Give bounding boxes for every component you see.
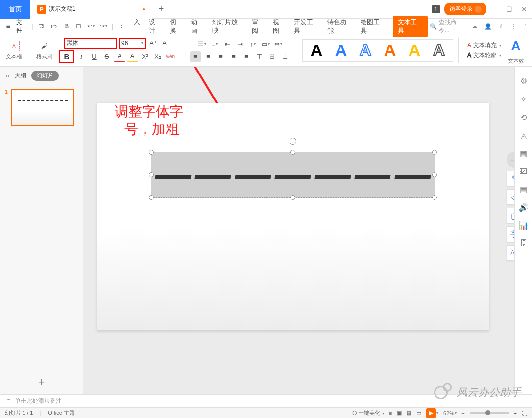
subscript-button[interactable]: X₂ <box>152 51 163 62</box>
float-border-icon[interactable]: ▢ <box>507 208 514 223</box>
style-2[interactable]: A <box>331 41 351 60</box>
collapse-float-tools[interactable]: — <box>507 152 514 168</box>
line-spacing-button[interactable]: ↕▾ <box>247 39 258 49</box>
font-size-input[interactable]: 96▾ <box>119 38 146 49</box>
superscript-button[interactable]: X² <box>140 51 150 62</box>
style-5[interactable]: A <box>405 41 424 60</box>
text-styles-gallery[interactable]: A A A A A A <box>302 39 453 62</box>
zoom-in-button[interactable]: + <box>514 410 517 416</box>
numbering-button[interactable]: ≡▾ <box>209 39 220 49</box>
font-family-input[interactable]: 黑体 <box>64 38 117 49</box>
zoom-level[interactable]: 62% <box>443 410 454 416</box>
guest-login-button[interactable]: 访客登录 <box>444 3 486 15</box>
slides-tab[interactable]: 幻灯片 <box>31 71 59 81</box>
share-person-icon[interactable]: 👤 <box>484 23 492 30</box>
fit-window-button[interactable]: ⛶ <box>522 410 527 416</box>
decrease-font-icon[interactable]: A⁻ <box>161 38 171 49</box>
slideshow-button[interactable]: ▶ <box>426 408 436 418</box>
char-spacing-button[interactable]: ⇔▾ <box>273 39 284 49</box>
float-edit-icon[interactable]: ✎ <box>507 171 514 186</box>
strike-button[interactable]: S <box>101 51 112 62</box>
outline-tab[interactable]: 大纲 <box>15 72 26 80</box>
home-tab[interactable]: 首页 <box>0 0 30 19</box>
pinyin-button[interactable]: wén <box>165 51 176 62</box>
ribbon-prev-icon[interactable]: ‹ <box>117 22 125 31</box>
zoom-out-button[interactable]: − <box>461 410 464 416</box>
tab-view[interactable]: 视图 <box>272 16 286 37</box>
tab-design[interactable]: 设计 <box>148 16 162 37</box>
textbox-icon[interactable]: A <box>9 41 20 51</box>
text-outline-button[interactable]: A文本轮廓▾ <box>467 51 501 60</box>
italic-button[interactable]: I <box>76 51 87 62</box>
rside-properties-icon[interactable]: ⚙ <box>520 76 527 86</box>
format-painter-icon[interactable]: 🖌 <box>39 41 50 51</box>
float-fill-icon[interactable]: ◇ <box>507 189 514 205</box>
align-right-button[interactable]: ≡ <box>216 51 226 62</box>
undo-icon[interactable]: ↶▾ <box>87 22 95 31</box>
tab-text-tools[interactable]: 文本工具 <box>393 16 427 37</box>
rside-image-icon[interactable]: 🖼 <box>520 167 528 176</box>
float-text-icon[interactable]: 字 <box>507 226 514 242</box>
rside-chart-icon[interactable]: 📊 <box>519 221 529 230</box>
minimize-button[interactable]: — <box>490 5 497 13</box>
print-icon[interactable]: 🖶 <box>62 22 70 31</box>
more-icon[interactable]: ⋮ <box>510 23 516 30</box>
slide-edit-surface[interactable]: — ✎ ◇ ▢ 字 A≡ <box>97 103 489 330</box>
font-color-button[interactable]: A <box>114 51 125 62</box>
file-menu[interactable]: 文件 <box>16 18 27 35</box>
tab-drawing[interactable]: 绘图工具 <box>360 16 386 37</box>
style-3[interactable]: A <box>356 41 375 60</box>
tab-devtools[interactable]: 开发工具 <box>293 16 319 37</box>
tab-insert[interactable]: 入 <box>133 16 141 37</box>
selected-textbox[interactable] <box>151 152 435 198</box>
zoom-slider[interactable] <box>470 412 509 414</box>
add-slide-button[interactable]: + <box>0 370 83 394</box>
align-left-button[interactable]: ≡ <box>190 51 201 62</box>
reading-view-icon[interactable]: ▭ <box>416 410 421 416</box>
print-preview-icon[interactable]: ☐ <box>74 22 83 31</box>
tab-animation[interactable]: 动画 <box>190 16 204 37</box>
normal-view-icon[interactable]: ▣ <box>397 410 402 416</box>
valign-bot-button[interactable]: ⊥ <box>279 51 290 62</box>
float-style-icon[interactable]: A≡ <box>507 245 514 261</box>
close-button[interactable]: ✕ <box>521 5 527 13</box>
rotate-handle[interactable] <box>290 138 296 145</box>
slide-canvas[interactable]: — ✎ ◇ ▢ 字 A≡ 调整字体字 号，加粗 <box>83 67 514 394</box>
menu-icon[interactable]: ≡ <box>4 22 12 31</box>
tab-transition[interactable]: 切换 <box>169 16 183 37</box>
save-icon[interactable]: 🖫 <box>37 22 46 31</box>
text-effect-icon[interactable]: A <box>506 36 526 56</box>
valign-mid-button[interactable]: ⊟ <box>266 51 277 62</box>
text-direction-button[interactable]: ▭▾ <box>260 39 271 49</box>
tab-slideshow[interactable]: 幻灯片放映 <box>211 16 244 37</box>
notes-view-icon[interactable]: ≡ <box>389 410 392 416</box>
decrease-indent-button[interactable]: ⇤ <box>222 39 233 49</box>
share-icon[interactable]: ⇧ <box>499 23 504 30</box>
rside-animation-icon[interactable]: ✧ <box>520 95 527 104</box>
bold-button[interactable]: B <box>59 50 74 63</box>
command-search[interactable]: 🔍 查找命令... <box>430 18 465 35</box>
collapse-ribbon-icon[interactable]: ⌃ <box>523 23 528 30</box>
bullets-button[interactable]: ☰▾ <box>196 39 207 49</box>
style-1[interactable]: A <box>307 41 326 60</box>
notification-badge[interactable]: 1 <box>432 5 440 13</box>
rside-audio-icon[interactable]: 🔊 <box>519 203 529 212</box>
tab-review[interactable]: 审阅 <box>251 16 265 37</box>
style-6[interactable]: A <box>429 41 449 60</box>
rside-table-icon[interactable]: ▤ <box>520 185 527 194</box>
increase-indent-button[interactable]: ⇥ <box>235 39 245 49</box>
beautify-button[interactable]: ⬡ 一键美化 ▾ <box>352 409 384 417</box>
maximize-button[interactable]: ☐ <box>506 5 512 13</box>
text-fill-button[interactable]: A文本填充▾ <box>467 41 501 49</box>
increase-font-icon[interactable]: A⁺ <box>148 38 159 49</box>
rside-shape-icon[interactable]: ◬ <box>521 131 527 140</box>
redo-icon[interactable]: ↷▾ <box>99 22 108 31</box>
rside-transition-icon[interactable]: ⟲ <box>520 113 527 122</box>
rside-archive-icon[interactable]: 🗄 <box>520 239 528 248</box>
valign-top-button[interactable]: ⊤ <box>254 51 265 62</box>
sorter-view-icon[interactable]: ▦ <box>407 410 411 416</box>
collapse-panel-button[interactable]: ‹‹ <box>6 73 10 79</box>
tab-special[interactable]: 特色功能 <box>326 16 353 37</box>
underline-button[interactable]: U <box>89 51 99 62</box>
rside-grid-icon[interactable]: ▦ <box>520 149 527 158</box>
